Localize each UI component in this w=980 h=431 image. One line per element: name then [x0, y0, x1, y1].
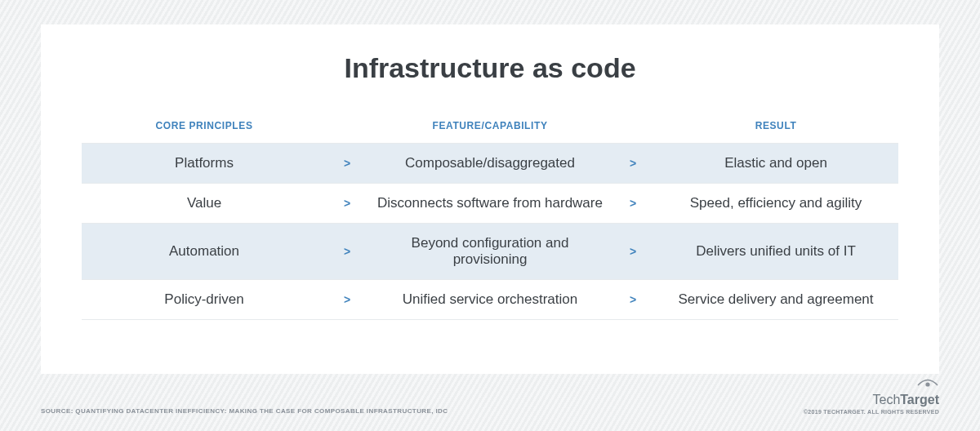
cell-core: Value	[82, 183, 327, 223]
chevron-right-icon: >	[327, 143, 368, 183]
table-row: Automation > Beyond configuration and pr…	[82, 223, 898, 279]
cell-core: Platforms	[82, 143, 327, 183]
header-spacer	[612, 112, 653, 143]
header-core: CORE PRINCIPLES	[82, 112, 327, 143]
page-title: Infrastructure as code	[82, 52, 898, 84]
header-feature: FEATURE/CAPABILITY	[368, 112, 612, 143]
header-result: RESULT	[653, 112, 898, 143]
brand-suffix: Target	[900, 393, 939, 407]
chevron-right-icon: >	[612, 279, 653, 320]
footer: SOURCE: QUANTIFYING DATACENTER INEFFICIE…	[41, 377, 939, 415]
chevron-right-icon: >	[327, 183, 368, 223]
table-row: Value > Disconnects software from hardwa…	[82, 183, 898, 223]
chevron-right-icon: >	[612, 143, 653, 183]
cell-feature: Unified service orchestration	[368, 279, 612, 320]
table-row: Platforms > Composable/disaggregated > E…	[82, 143, 898, 183]
brand-prefix: Tech	[872, 393, 900, 407]
cell-core: Policy-driven	[82, 279, 327, 320]
copyright-text: ©2019 TECHTARGET. ALL RIGHTS RESERVED	[804, 409, 939, 415]
source-attribution: SOURCE: QUANTIFYING DATACENTER INEFFICIE…	[41, 407, 448, 415]
chevron-right-icon: >	[612, 223, 653, 279]
brand-logo: TechTarget	[804, 393, 939, 407]
chevron-right-icon: >	[327, 279, 368, 320]
cell-feature: Beyond configuration and provisioning	[368, 223, 612, 279]
cell-result: Elastic and open	[653, 143, 898, 183]
svg-point-0	[925, 382, 929, 386]
brand-block: TechTarget ©2019 TECHTARGET. ALL RIGHTS …	[804, 377, 939, 415]
cell-feature: Composable/disaggregated	[368, 143, 612, 183]
cell-result: Delivers unified units of IT	[653, 223, 898, 279]
eye-icon	[916, 377, 939, 389]
content-card: Infrastructure as code CORE PRINCIPLES F…	[41, 24, 939, 374]
table-header-row: CORE PRINCIPLES FEATURE/CAPABILITY RESUL…	[82, 112, 898, 143]
cell-result: Service delivery and agreement	[653, 279, 898, 320]
table-row: Policy-driven > Unified service orchestr…	[82, 279, 898, 320]
iac-table: CORE PRINCIPLES FEATURE/CAPABILITY RESUL…	[82, 112, 898, 320]
cell-result: Speed, efficiency and agility	[653, 183, 898, 223]
header-spacer	[327, 112, 368, 143]
chevron-right-icon: >	[612, 183, 653, 223]
cell-core: Automation	[82, 223, 327, 279]
cell-feature: Disconnects software from hardware	[368, 183, 612, 223]
chevron-right-icon: >	[327, 223, 368, 279]
